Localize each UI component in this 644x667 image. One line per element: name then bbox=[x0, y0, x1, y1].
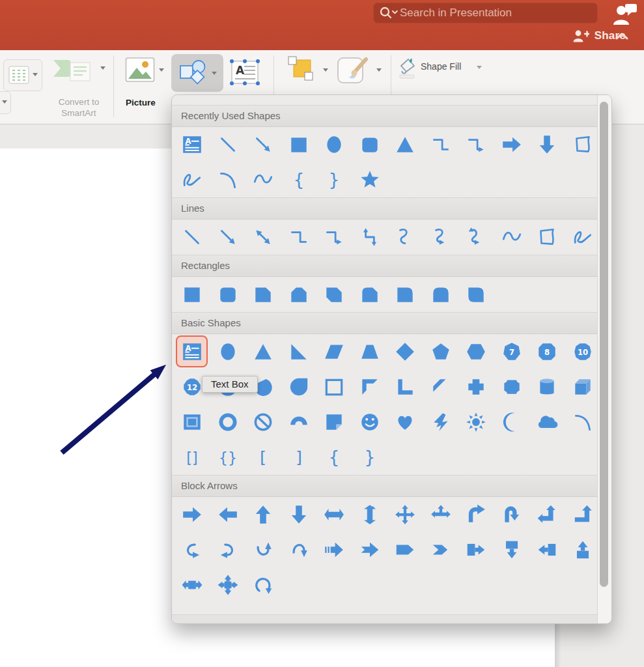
shape-scribble[interactable] bbox=[572, 220, 598, 255]
panel-scrollbar-track[interactable] bbox=[597, 95, 611, 623]
shape-line-arrow[interactable] bbox=[217, 220, 253, 255]
shape-cloud[interactable] bbox=[536, 404, 572, 440]
shape-diagonal-stripe[interactable] bbox=[430, 369, 466, 404]
shape-octagon[interactable]: 8 bbox=[536, 334, 572, 369]
shape-lightning-bolt[interactable] bbox=[430, 404, 466, 440]
shape-down-arrow-callout[interactable] bbox=[501, 532, 537, 567]
shape-line[interactable] bbox=[181, 220, 217, 255]
shape-chevron-arrow[interactable] bbox=[430, 532, 466, 567]
partial-button[interactable] bbox=[0, 91, 11, 114]
shape-pentagon-arrow[interactable] bbox=[394, 532, 430, 567]
shape-elbow-connector[interactable] bbox=[288, 220, 324, 255]
shape-teardrop[interactable] bbox=[288, 369, 324, 404]
shape-snip-and-round-single-corner-rectangle[interactable] bbox=[359, 277, 395, 312]
presence-people-icon[interactable] bbox=[611, 3, 638, 26]
shape-left-right-arrow[interactable] bbox=[323, 497, 359, 532]
shapes-button[interactable] bbox=[171, 54, 223, 92]
collapse-ribbon-chevron-icon[interactable] bbox=[615, 32, 629, 44]
shape-star[interactable] bbox=[359, 162, 395, 197]
shape-freeform[interactable] bbox=[572, 127, 598, 162]
shape-curved-double-arrow-connector[interactable] bbox=[465, 220, 501, 255]
shape-left-up-arrow[interactable] bbox=[536, 497, 572, 532]
shape-round-same-side-corner-rectangle[interactable] bbox=[430, 277, 466, 312]
quick-styles-button[interactable] bbox=[336, 55, 383, 88]
shape-no-symbol[interactable] bbox=[252, 404, 288, 440]
shape-isosceles-triangle[interactable] bbox=[394, 127, 430, 162]
shape-left-bracket[interactable]: [ bbox=[252, 440, 288, 475]
shape-moon[interactable] bbox=[501, 404, 537, 440]
shape-arc[interactable] bbox=[572, 404, 598, 440]
shape-quad-arrow[interactable] bbox=[394, 497, 430, 532]
shape-left-right-arrow-callout[interactable] bbox=[181, 567, 217, 603]
shape-sun[interactable] bbox=[465, 404, 501, 440]
shape-u-turn-arrow[interactable] bbox=[501, 497, 537, 532]
shape-curved-connector[interactable] bbox=[394, 220, 430, 255]
shape-up-down-arrow[interactable] bbox=[359, 497, 395, 532]
shape-left-brace[interactable]: { bbox=[288, 162, 324, 197]
shape-trapezoid[interactable] bbox=[359, 334, 395, 369]
text-box-button[interactable]: A bbox=[228, 56, 262, 89]
shape-down-arrow[interactable] bbox=[536, 127, 572, 162]
shape-heart[interactable] bbox=[394, 404, 430, 440]
shape-line-arrow[interactable] bbox=[252, 127, 288, 162]
shape-rounded-rectangle[interactable] bbox=[217, 277, 253, 312]
shape-snip-same-side-corner-rectangle[interactable] bbox=[288, 277, 324, 312]
shape-right-arrow[interactable] bbox=[501, 127, 537, 162]
shape-elbow-connector[interactable] bbox=[430, 127, 466, 162]
shape-rectangle[interactable] bbox=[181, 277, 217, 312]
shape-frame[interactable] bbox=[323, 369, 359, 404]
shape-left-brace[interactable]: { bbox=[323, 440, 359, 475]
shape-half-frame[interactable] bbox=[359, 369, 395, 404]
search-input[interactable] bbox=[399, 6, 592, 20]
shape-curved-right-arrow[interactable] bbox=[181, 532, 217, 567]
shape-folded-corner[interactable] bbox=[323, 404, 359, 440]
shape-right-brace[interactable]: } bbox=[359, 440, 395, 475]
shape-curved-up-arrow[interactable] bbox=[252, 532, 288, 567]
shape-up-arrow-callout[interactable] bbox=[572, 532, 598, 567]
shape-up-arrow[interactable] bbox=[252, 497, 288, 532]
shape-block-arc[interactable] bbox=[288, 404, 324, 440]
shape-double-brace[interactable]: {} bbox=[217, 440, 253, 475]
picture-button[interactable]: Picture bbox=[124, 55, 169, 117]
shape-rounded-rectangle[interactable] bbox=[359, 127, 395, 162]
shape-snip-single-corner-rectangle[interactable] bbox=[252, 277, 288, 312]
shape-double-bracket[interactable]: [] bbox=[181, 440, 217, 475]
shape-text-box[interactable]: A bbox=[181, 334, 217, 369]
shape-cube[interactable] bbox=[572, 369, 598, 404]
shape-elbow-arrow-connector[interactable] bbox=[465, 127, 501, 162]
shape-elbow-double-arrow-connector[interactable] bbox=[359, 220, 395, 255]
shape-freeform[interactable] bbox=[536, 220, 572, 255]
shape-arc[interactable] bbox=[217, 162, 253, 197]
panel-scrollbar-thumb[interactable] bbox=[600, 102, 608, 587]
shape-quad-arrow-callout[interactable] bbox=[217, 567, 253, 603]
shape-curved-arrow-connector[interactable] bbox=[430, 220, 466, 255]
shape-curved-left-arrow[interactable] bbox=[217, 532, 253, 567]
shape-left-arrow-callout[interactable] bbox=[536, 532, 572, 567]
shape-curve[interactable] bbox=[252, 162, 288, 197]
shape-circular-arrow[interactable] bbox=[252, 567, 288, 603]
shape-isosceles-triangle[interactable] bbox=[252, 334, 288, 369]
shape-bevel[interactable] bbox=[181, 404, 217, 440]
shape-round-diagonal-corner-rectangle[interactable] bbox=[465, 277, 501, 312]
shape-oval[interactable] bbox=[217, 334, 253, 369]
search-box[interactable] bbox=[373, 3, 598, 23]
shape-elbow-arrow-connector[interactable] bbox=[323, 220, 359, 255]
shape-cross[interactable] bbox=[465, 369, 501, 404]
shape-bent-arrow[interactable] bbox=[465, 497, 501, 532]
shape-line-double-arrow[interactable] bbox=[252, 220, 288, 255]
shape-right-triangle[interactable] bbox=[288, 334, 324, 369]
shape-text-box[interactable]: A bbox=[181, 127, 217, 162]
shape-right-brace[interactable]: } bbox=[323, 162, 359, 197]
shape-hexagon[interactable] bbox=[465, 334, 501, 369]
shape-can[interactable] bbox=[536, 369, 572, 404]
shape-regular-pentagon[interactable] bbox=[430, 334, 466, 369]
shape-diamond[interactable] bbox=[394, 334, 430, 369]
shape-curve[interactable] bbox=[501, 220, 537, 255]
shape-left-right-up-arrow[interactable] bbox=[430, 497, 466, 532]
shape-fill-button[interactable]: Shape Fill bbox=[396, 55, 487, 88]
shape-smiley-face[interactable] bbox=[359, 404, 395, 440]
shape-right-arrow[interactable] bbox=[181, 497, 217, 532]
table-button[interactable] bbox=[3, 59, 42, 91]
shape-donut[interactable] bbox=[217, 404, 253, 440]
shape-parallelogram[interactable] bbox=[323, 334, 359, 369]
